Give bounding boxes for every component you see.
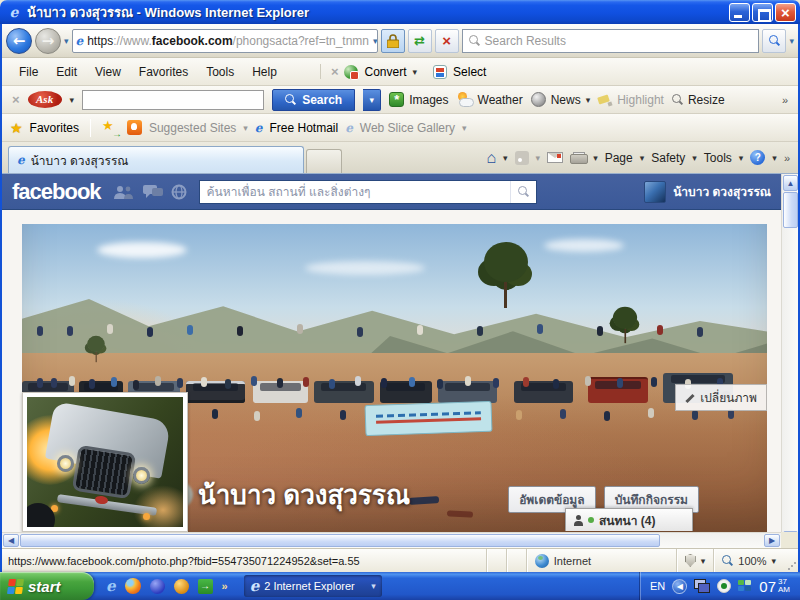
zoom-level: 100% xyxy=(738,555,766,567)
friend-requests-icon[interactable] xyxy=(113,185,135,199)
ask-news-button[interactable]: News ▾ xyxy=(531,92,591,107)
feeds-icon[interactable] xyxy=(515,151,529,165)
ask-search-dropdown[interactable]: ▾ xyxy=(363,89,381,111)
security-lock-button[interactable] xyxy=(381,29,405,53)
quick-launch-firefox-icon[interactable] xyxy=(125,578,141,594)
history-dropdown[interactable]: ▾ xyxy=(64,36,69,46)
command-bar-overflow-icon[interactable]: » xyxy=(784,152,790,164)
horizontal-scrollbar[interactable]: ◀ ▶ xyxy=(2,532,781,548)
vertical-scroll-thumb[interactable] xyxy=(783,192,798,228)
taskbar-window-button[interactable]: e 2 Internet Explorer ▾ xyxy=(244,575,382,597)
stop-button[interactable]: × xyxy=(435,29,459,53)
ask-resize-button[interactable]: Resize xyxy=(672,93,725,107)
resize-grip[interactable] xyxy=(784,549,798,572)
favorites-button[interactable]: Favorites xyxy=(30,121,79,135)
search-provider-dropdown[interactable]: ▾ xyxy=(789,36,794,46)
notifications-globe-icon[interactable] xyxy=(171,184,187,200)
addon-close-icon[interactable]: × xyxy=(331,64,339,79)
forward-button[interactable]: → xyxy=(35,28,61,54)
convert-dropdown[interactable]: ▾ xyxy=(413,67,418,77)
status-zone-cell[interactable]: Internet xyxy=(526,549,676,572)
padlock-icon xyxy=(387,34,399,48)
back-button[interactable]: ← xyxy=(6,28,32,54)
zoom-control[interactable]: 100% ▾ xyxy=(713,549,784,572)
scroll-left-button[interactable]: ◀ xyxy=(3,534,19,547)
menu-help[interactable]: Help xyxy=(243,61,286,83)
ask-highlight-button[interactable]: Highlight xyxy=(598,93,664,107)
chat-label: สนทนา (4) xyxy=(599,511,655,530)
show-desktop-icon[interactable]: → xyxy=(198,579,213,594)
profile-picture[interactable] xyxy=(22,392,188,532)
mail-icon[interactable] xyxy=(547,152,563,163)
minimize-button[interactable] xyxy=(729,3,750,22)
web-slice-gallery-button[interactable]: Web Slice Gallery xyxy=(360,121,455,135)
facebook-search-button[interactable] xyxy=(510,181,536,203)
menu-tools[interactable]: Tools xyxy=(197,61,243,83)
ask-toolbar-overflow-icon[interactable]: » xyxy=(782,94,788,106)
select-button[interactable]: Select xyxy=(453,65,486,79)
suggested-sites-dropdown[interactable]: ▾ xyxy=(243,123,248,133)
ask-logo[interactable]: Ask xyxy=(28,91,62,108)
print-icon[interactable] xyxy=(570,152,586,164)
help-dropdown[interactable]: ▾ xyxy=(772,153,777,163)
menu-favorites[interactable]: Favorites xyxy=(130,61,197,83)
change-cover-photo-button[interactable]: เปลี่ยนภาพ xyxy=(675,384,767,411)
safety-dropdown[interactable]: ▾ xyxy=(692,153,697,163)
menu-edit[interactable]: Edit xyxy=(47,61,86,83)
print-dropdown[interactable]: ▾ xyxy=(593,153,598,163)
facebook-search-box[interactable]: ค้นหาเพื่อน สถานที่ และสิ่งต่างๆ xyxy=(199,180,537,204)
feeds-dropdown[interactable]: ▾ xyxy=(536,153,541,163)
address-dropdown[interactable]: ▾ xyxy=(373,36,378,46)
vertical-scrollbar[interactable]: ▲ ▼ xyxy=(781,174,798,548)
scroll-right-button[interactable]: ▶ xyxy=(764,534,780,547)
quick-launch-overflow-icon[interactable]: » xyxy=(222,580,228,592)
ask-weather-button[interactable]: Weather xyxy=(457,92,523,107)
add-favorite-icon[interactable] xyxy=(102,120,120,136)
tools-dropdown[interactable]: ▾ xyxy=(739,153,744,163)
address-bar[interactable]: e https://www.facebook.com/phongsacta?re… xyxy=(72,29,378,53)
antivirus-tray-icon[interactable] xyxy=(717,579,731,593)
safety-menu[interactable]: Safety xyxy=(651,151,685,165)
refresh-button[interactable]: ⇄ xyxy=(408,29,432,53)
ask-logo-dropdown[interactable]: ▾ xyxy=(70,95,75,105)
suggested-sites-icon xyxy=(127,120,142,135)
messages-icon[interactable] xyxy=(143,185,163,199)
display-tray-icon[interactable] xyxy=(738,580,752,593)
network-tray-icon[interactable] xyxy=(694,579,710,593)
search-go-button[interactable] xyxy=(762,29,786,53)
ask-images-button[interactable]: * Images xyxy=(389,92,448,107)
start-button[interactable]: start xyxy=(0,572,94,600)
language-indicator[interactable]: EN xyxy=(650,580,665,592)
suggested-sites-button[interactable]: Suggested Sites xyxy=(149,121,236,135)
close-button[interactable] xyxy=(775,3,796,22)
horizontal-scroll-thumb[interactable] xyxy=(20,534,660,547)
hide-icons-chevron[interactable]: ◀ xyxy=(672,579,687,594)
tab-active[interactable]: e น้าบาว ดวงสุวรรณ xyxy=(8,146,304,173)
facebook-logo[interactable]: facebook xyxy=(12,179,101,205)
quick-launch-ie-icon[interactable]: e xyxy=(106,578,116,594)
protected-mode-cell[interactable]: ▾ xyxy=(676,549,714,572)
home-icon[interactable]: ⌂ xyxy=(486,151,496,165)
ask-search-button[interactable]: Search xyxy=(272,89,355,111)
page-dropdown[interactable]: ▾ xyxy=(640,153,645,163)
taskbar-clock[interactable]: 07 37 AM xyxy=(759,578,792,595)
page-menu[interactable]: Page xyxy=(605,151,633,165)
free-hotmail-link[interactable]: Free Hotmail xyxy=(270,121,339,135)
menu-view[interactable]: View xyxy=(86,61,130,83)
menu-file[interactable]: File xyxy=(10,61,47,83)
quick-launch-app2-icon[interactable] xyxy=(174,579,189,594)
web-slice-dropdown[interactable]: ▾ xyxy=(462,123,467,133)
convert-button[interactable]: Convert xyxy=(364,65,406,79)
tools-menu[interactable]: Tools xyxy=(704,151,732,165)
home-dropdown[interactable]: ▾ xyxy=(503,153,508,163)
ask-toolbar-close-icon[interactable]: × xyxy=(12,92,20,107)
help-icon[interactable]: ? xyxy=(750,150,765,165)
ask-search-input[interactable] xyxy=(82,90,264,110)
new-tab-button[interactable] xyxy=(306,149,342,173)
quick-launch-app-icon[interactable] xyxy=(150,579,165,594)
ie-search-box[interactable]: Search Results xyxy=(462,29,760,53)
restore-button[interactable] xyxy=(752,3,773,22)
facebook-profile-link[interactable]: น้าบาว ดวงสุวรรณ xyxy=(644,181,771,203)
scroll-up-button[interactable]: ▲ xyxy=(783,175,798,191)
chat-bar[interactable]: สนทนา (4) xyxy=(565,508,693,531)
